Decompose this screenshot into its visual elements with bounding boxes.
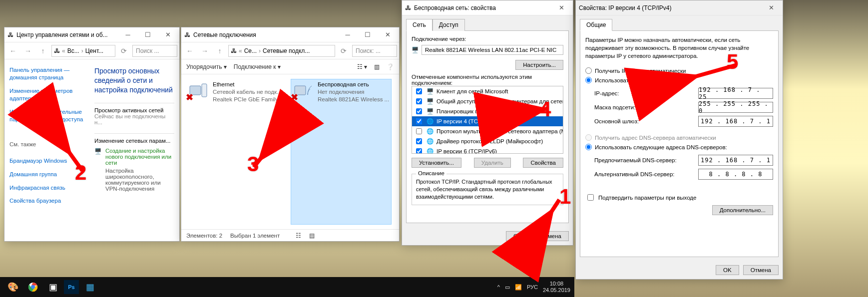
command-bar: Упорядочить ▾ Подключение к ▾ ☷ ▾ ▥ ❔ (181, 59, 399, 74)
new-connection-link[interactable]: Создание и настройка нового подключения … (105, 148, 171, 166)
refresh-button[interactable]: ⟳ (117, 44, 130, 57)
ok-button[interactable]: OK (506, 231, 529, 241)
adapter-settings-link[interactable]: Изменение параметров адаптера (9, 87, 84, 102)
up-button[interactable]: ↑ (36, 44, 49, 57)
tray-wifi-icon[interactable]: 📶 (515, 284, 522, 291)
tray-lang[interactable]: РУС (527, 284, 538, 290)
wifi-connection[interactable]: ✖ Беспроводная сеть Нет подключения Real… (291, 79, 391, 224)
install-button[interactable]: Установить... (412, 158, 461, 168)
mask-field[interactable]: 255 . 255 . 255 . 0 (698, 102, 773, 113)
view-tiles-button[interactable]: ▤ (309, 232, 315, 239)
component-row[interactable]: 🌐Драйвер протокола LLDP (Майкрософт) (412, 136, 563, 146)
minimize-button[interactable]: ─ (119, 29, 136, 40)
cancel-button[interactable]: Отмена (743, 265, 779, 275)
component-checkbox[interactable] (416, 148, 422, 154)
forward-button[interactable]: → (198, 44, 211, 57)
view-icons-button[interactable]: ☷ ▾ (357, 63, 367, 70)
back-button[interactable]: ← (183, 44, 196, 57)
show-toolbar-button[interactable]: ▥ (374, 63, 380, 70)
tray-chevron-icon[interactable]: ^ (497, 284, 500, 290)
tray-clock[interactable]: 10:08 24.05.2019 (543, 281, 570, 294)
search-input[interactable]: Поиск: ... (352, 45, 397, 57)
close-button[interactable]: ✕ (763, 2, 780, 13)
ip-label: IP-адрес: (594, 90, 693, 96)
control-panel-icon: 🖧 (7, 31, 13, 38)
address-bar: ← → ↑ 🖧 « Вс... › Цент... ⟳ Поиск ... (4, 42, 179, 59)
component-row[interactable]: 🖥️Клиент для сетей Microsoft (412, 86, 563, 96)
validate-checkbox[interactable] (587, 194, 594, 201)
maximize-button[interactable]: ☐ (139, 29, 156, 40)
ip-manual-radio-row[interactable]: Использовать следующий IP-адрес: (585, 77, 773, 83)
connect-to-menu[interactable]: Подключение к ▾ (234, 63, 281, 70)
firewall-link[interactable]: Брандмауэр Windows (9, 157, 84, 165)
breadcrumb[interactable]: 🖧 « Се... › Сетевые подкл... (228, 45, 335, 57)
close-button[interactable]: ✕ (379, 29, 396, 40)
refresh-button[interactable]: ⟳ (337, 44, 350, 57)
view-details-button[interactable]: ☷ (296, 232, 301, 239)
crumb-part[interactable]: Се... (244, 47, 257, 54)
taskbar[interactable]: 🎨 ▣ Ps ▦ ^ ▭ 📶 РУС 10:08 24.05.2019 (0, 277, 574, 297)
crumb-part[interactable]: Цент... (85, 47, 103, 54)
component-row[interactable]: 🌐IP версии 6 (TCP/IPv6) (412, 146, 563, 154)
help-button[interactable]: ❔ (387, 63, 394, 70)
ip-auto-radio[interactable] (585, 67, 592, 74)
dns1-field[interactable]: 192 . 168 . 7 . 1 (698, 155, 773, 166)
ok-button[interactable]: OK (716, 265, 739, 275)
ip-field[interactable]: 192 . 168 . 7 . 25 (698, 88, 773, 99)
component-checkbox[interactable] (416, 138, 422, 144)
maximize-button[interactable]: ☐ (359, 29, 376, 40)
tab-sharing[interactable]: Доступ (433, 19, 465, 31)
advanced-button[interactable]: Дополнительно... (712, 205, 773, 215)
system-tray[interactable]: ^ ▭ 📶 РУС 10:08 24.05.2019 (497, 281, 570, 294)
cp-home-link[interactable]: Панель управления — домашняя страница (9, 66, 84, 81)
tab-network[interactable]: Сеть (406, 19, 433, 31)
titlebar[interactable]: 🖧 Сетевые подключения ─ ☐ ✕ (181, 27, 399, 42)
components-label: Отмеченные компоненты используются этим … (412, 74, 563, 86)
tab-general[interactable]: Общие (580, 19, 612, 31)
cancel-button[interactable]: Отмена (533, 231, 569, 241)
component-checkbox[interactable] (416, 98, 422, 104)
titlebar[interactable]: 🖧 Беспроводная сеть: свойства ✕ (402, 0, 573, 15)
titlebar[interactable]: Свойства: IP версии 4 (TCP/IPv4) ✕ (576, 0, 783, 15)
ir-link[interactable]: Инфракрасная связь (9, 184, 84, 192)
ip-manual-radio[interactable] (585, 77, 592, 83)
sharing-settings-link[interactable]: Изменить дополнительные параметры общего… (9, 108, 84, 123)
connection-adapter: Realtek PCIe GbE Family ... (213, 96, 285, 103)
close-button[interactable]: ✕ (553, 2, 570, 13)
organize-menu[interactable]: Упорядочить ▾ (186, 63, 227, 70)
crumb-part[interactable]: Сетевые подкл... (263, 47, 310, 54)
configure-button[interactable]: Настроить... (515, 60, 563, 70)
component-checkbox[interactable] (416, 88, 422, 94)
crumb-part[interactable]: Вс... (67, 47, 79, 54)
minimize-button[interactable]: ─ (339, 29, 356, 40)
dns-manual-radio-row[interactable]: Использовать следующие адреса DNS-сервер… (585, 144, 773, 150)
taskbar-photoshop-icon[interactable]: Ps (64, 280, 79, 294)
description-legend: Описание (416, 170, 446, 176)
titlebar[interactable]: 🖧 Центр управления сетями и об... ─ ☐ ✕ (4, 27, 179, 42)
taskbar-app-icon[interactable]: ▦ (81, 279, 99, 296)
component-row[interactable]: 🌐Протокол мультиплексора сетевого адапте… (412, 126, 563, 136)
breadcrumb[interactable]: 🖧 « Вс... › Цент... (51, 45, 115, 57)
dns-manual-radio[interactable] (585, 144, 592, 150)
browser-props-link[interactable]: Свойства браузера (9, 197, 84, 205)
taskbar-paint-icon[interactable]: 🎨 (4, 279, 22, 296)
component-checkbox[interactable] (416, 108, 422, 114)
homegroup-link[interactable]: Домашняя группа (9, 171, 84, 178)
ip-auto-radio-row[interactable]: Получить IP-адрес автоматически (585, 67, 773, 74)
up-button[interactable]: ↑ (213, 44, 226, 57)
active-nets-label: Просмотр активных сетей (94, 107, 174, 113)
tray-battery-icon[interactable]: ▭ (505, 284, 510, 291)
forward-button[interactable]: → (21, 44, 34, 57)
properties-button[interactable]: Свойства (523, 158, 563, 168)
component-checkbox[interactable] (416, 128, 422, 134)
search-input[interactable]: Поиск ... (132, 45, 177, 57)
taskbar-chrome-icon[interactable] (24, 279, 42, 296)
close-button[interactable]: ✕ (159, 29, 176, 40)
dns-auto-label: Получить адрес DNS-сервера автоматически (595, 135, 716, 141)
component-checkbox[interactable] (416, 118, 422, 124)
taskbar-terminal-icon[interactable]: ▣ (44, 279, 62, 296)
back-button[interactable]: ← (6, 44, 19, 57)
dns2-field[interactable]: 8 . 8 . 8 . 8 (698, 169, 773, 180)
gateway-field[interactable]: 192 . 168 . 7 . 1 (698, 116, 773, 127)
ethernet-connection[interactable]: ✖ Ethernet Сетевой кабель не подк... Rea… (186, 79, 286, 224)
